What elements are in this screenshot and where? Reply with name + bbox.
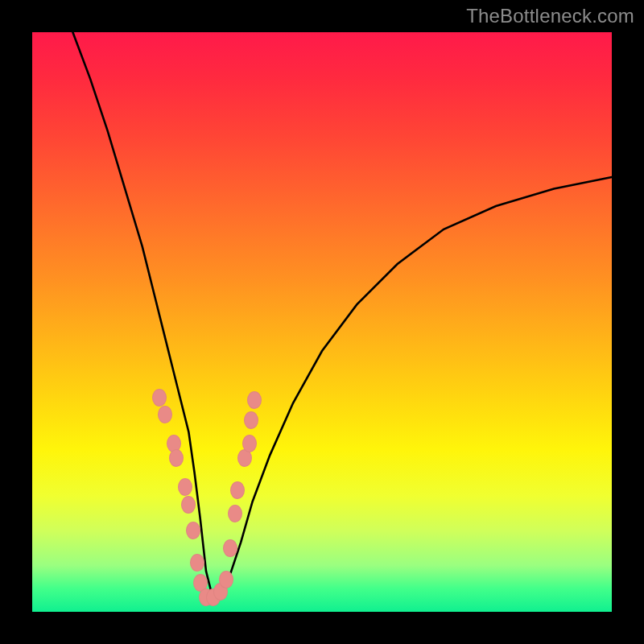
highlight-marker bbox=[152, 389, 167, 407]
highlight-marker bbox=[190, 554, 204, 572]
highlight-marker bbox=[223, 539, 237, 557]
highlight-marker bbox=[169, 449, 184, 467]
highlight-marker bbox=[244, 411, 258, 429]
highlight-marker bbox=[186, 522, 200, 539]
highlight-marker bbox=[178, 478, 192, 496]
highlight-marker bbox=[230, 481, 245, 499]
curve-layer bbox=[32, 32, 612, 612]
highlight-marker bbox=[247, 391, 262, 409]
highlight-marker bbox=[158, 406, 172, 423]
chart-root: { "watermark": "TheBottleneck.com", "col… bbox=[0, 0, 644, 644]
watermark-label: TheBottleneck.com bbox=[466, 5, 634, 27]
highlight-marker bbox=[228, 505, 242, 522]
highlight-marker bbox=[242, 435, 257, 452]
highlight-marker bbox=[181, 496, 196, 514]
highlight-marker bbox=[219, 571, 233, 588]
bottleneck-curve bbox=[72, 32, 612, 601]
